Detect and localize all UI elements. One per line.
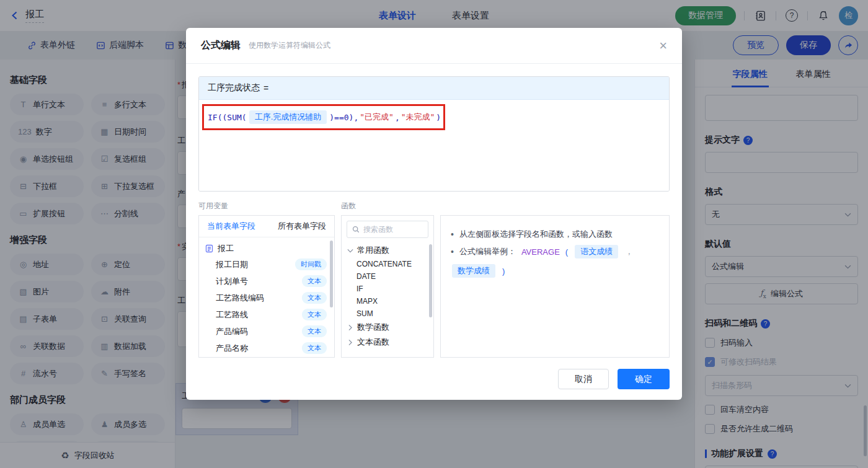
functions-panel: 常用函数 CONCATENATE DATE IF MAPX [341,215,434,358]
tab-all-form-fields[interactable]: 所有表单字段 [278,221,326,232]
function-item[interactable]: SUM [342,307,433,320]
formula-string-literal: "已完成" [360,112,394,123]
function-group-common[interactable]: 常用函数 [342,243,433,258]
modal-subtitle: 使用数学运算符编辑公式 [249,40,330,51]
variables-column: 可用变量 当前表单字段 所有表单字段 报工 [198,200,335,358]
help-panel-spacer [440,200,670,215]
formula-target-band: 工序完成状态 = [199,77,669,100]
function-item[interactable]: IF [342,283,433,295]
modal-header: 公式编辑 使用数学运算符编辑公式 × [186,28,682,64]
form-tree-root[interactable]: 报工 [199,237,334,256]
search-icon [352,226,360,233]
functions-column: 函数 常用函数 CONCATENATE [341,200,434,358]
cancel-button[interactable]: 取消 [558,369,609,389]
variable-field-list: 报工日期 时间戳 计划单号 文本 工艺路线编码 [199,256,334,356]
variable-field-name: 产品名称 [216,343,248,354]
formula-code: , [395,113,400,122]
formula-target-field: 工序完成状态 [208,82,260,94]
formula-code: IF((SUM( [208,113,247,122]
example-comma: ， [625,246,633,257]
function-group-math[interactable]: 数学函数 [342,320,433,335]
variable-field-row[interactable]: 计划单号 文本 [199,273,334,289]
help-column: • 从左侧面板选择字段名和函数，或输入函数 • 公式编辑举例： AVERAGE … [440,200,670,358]
help-text: 从左侧面板选择字段名和函数，或输入函数 [459,229,613,240]
variable-field-name: 工艺路线 [216,309,248,320]
function-item-list: CONCATENATE DATE IF MAPX SUM [342,258,433,320]
chevron-down-icon [347,249,353,253]
confirm-button[interactable]: 确定 [618,369,670,389]
bullet-icon: • [451,247,454,257]
formula-equals-sign: = [264,83,268,93]
modal-body: 工序完成状态 = IF((SUM( 工序.完成情况辅助 )==0), "已完成"… [186,64,682,370]
variable-field-row[interactable]: 产品名称 文本 [199,340,334,356]
example-token-chip: 数学成绩 [452,264,495,278]
variables-panel: 当前表单字段 所有表单字段 报工 报工日期 时间 [198,215,335,358]
functions-panel-label: 函数 [341,200,434,215]
close-icon[interactable]: × [659,39,667,53]
variable-field-row[interactable]: 工艺路线 文本 [199,306,334,323]
formula-code: )==0), [329,113,358,122]
variable-field-name: 计划单号 [216,276,248,287]
chevron-right-icon [347,340,353,345]
variable-type-badge: 文本 [302,275,327,287]
formula-string-literal: "未完成" [401,112,435,123]
variable-type-badge: 文本 [302,342,327,354]
example-function-name: AVERAGE [521,247,560,257]
example-close-paren: ) [502,267,505,276]
variable-field-name: 产品编码 [216,326,248,337]
formula-editor-modal: 公式编辑 使用数学运算符编辑公式 × 工序完成状态 = IF((SUM( 工序.… [186,28,682,400]
variable-field-row[interactable]: 报工日期 时间戳 [199,256,334,273]
variables-panel-label: 可用变量 [198,200,335,215]
functions-scrollbar[interactable] [429,244,432,317]
function-group-label: 文本函数 [357,337,389,348]
function-search-input[interactable] [363,225,423,234]
variable-type-badge: 文本 [302,325,327,337]
variable-type-badge: 文本 [302,292,327,304]
variable-type-badge: 时间戳 [295,258,327,270]
variable-field-row[interactable]: 产品编码 文本 [199,323,334,340]
modal-panels-row: 可用变量 当前表单字段 所有表单字段 报工 [198,200,670,358]
formula-input-area[interactable]: IF((SUM( 工序.完成情况辅助 )==0), "已完成" , "未完成" … [199,100,669,191]
example-open-paren: ( [565,247,568,257]
variables-scrollbar[interactable] [330,241,333,307]
formula-code: ) [436,113,441,122]
function-group-label: 数学函数 [357,322,389,333]
help-example-prefix: 公式编辑举例： [459,246,516,257]
formula-editor-box: 工序完成状态 = IF((SUM( 工序.完成情况辅助 )==0), "已完成"… [198,76,670,192]
bullet-icon: • [451,229,454,239]
form-doc-icon [205,244,213,253]
formula-expression[interactable]: IF((SUM( 工序.完成情况辅助 )==0), "已完成" , "未完成" … [208,110,441,124]
function-item[interactable]: MAPX [342,295,433,307]
variable-field-row[interactable]: 工艺路线编码 文本 [199,289,334,306]
function-item[interactable]: CONCATENATE [342,258,433,270]
modal-title: 公式编辑 [201,39,241,52]
chevron-right-icon [347,325,353,330]
tab-current-form-fields[interactable]: 当前表单字段 [207,221,255,232]
help-panel: • 从左侧面板选择字段名和函数，或输入函数 • 公式编辑举例： AVERAGE … [440,215,670,358]
variable-field-name: 工艺路线编码 [216,293,264,304]
app-root: 报工 表单设计 表单设置 数据管理 ? 检 表单外链 [0,0,868,468]
variable-type-badge: 文本 [302,309,327,320]
function-item[interactable]: DATE [342,270,433,283]
form-tree-root-label: 报工 [218,243,234,254]
example-token-chip: 语文成绩 [575,245,618,258]
variables-tabs: 当前表单字段 所有表单字段 [199,216,334,237]
help-line-2: • 公式编辑举例： AVERAGE ( 语文成绩 ， 数学成绩 ) [451,245,659,278]
modal-footer: 取消 确定 [558,369,670,389]
function-search-box[interactable] [347,221,428,238]
help-line-1: • 从左侧面板选择字段名和函数，或输入函数 [451,229,659,240]
variable-field-name: 报工日期 [216,259,248,270]
function-group-text[interactable]: 文本函数 [342,335,433,350]
field-token-chip[interactable]: 工序.完成情况辅助 [249,110,327,124]
function-group-label: 常用函数 [357,245,389,256]
